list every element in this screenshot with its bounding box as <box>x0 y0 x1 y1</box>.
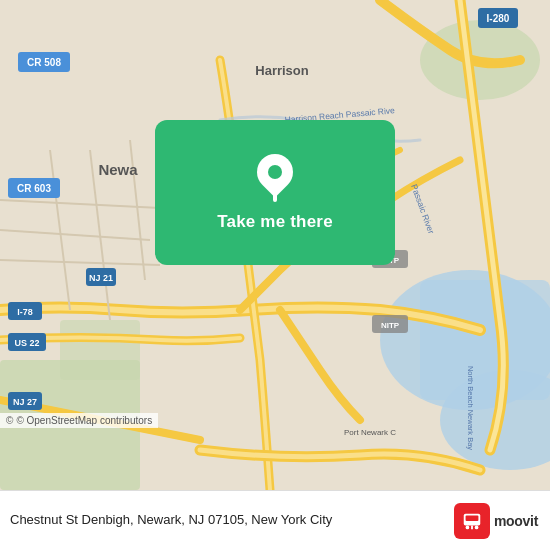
svg-text:CR 508: CR 508 <box>27 57 61 68</box>
address-text: Chestnut St Denbigh, Newark, NJ 07105, N… <box>10 511 332 529</box>
copyright-text: © OpenStreetMap contributors <box>16 415 152 426</box>
app-container: CR 508 CR 603 I-280 NJ 21 I-78 US 22 NJ … <box>0 0 550 550</box>
svg-rect-38 <box>465 515 478 521</box>
svg-point-39 <box>465 525 469 529</box>
svg-text:I-280: I-280 <box>487 13 510 24</box>
svg-text:NITP: NITP <box>381 321 400 330</box>
svg-rect-41 <box>471 525 473 529</box>
bus-svg <box>461 510 483 532</box>
copyright-symbol: © <box>6 415 13 426</box>
svg-text:NJ 21: NJ 21 <box>89 273 113 283</box>
moovit-bus-icon <box>454 503 490 539</box>
svg-rect-5 <box>60 320 140 380</box>
location-pin-icon <box>255 154 295 202</box>
map-view: CR 508 CR 603 I-280 NJ 21 I-78 US 22 NJ … <box>0 0 550 490</box>
svg-text:I-78: I-78 <box>17 307 33 317</box>
svg-text:Port Newark C: Port Newark C <box>344 428 396 437</box>
take-me-there-button[interactable]: Take me there <box>217 212 333 232</box>
svg-text:Newa: Newa <box>98 161 138 178</box>
moovit-logo: moovit <box>454 503 538 539</box>
moovit-label: moovit <box>494 513 538 529</box>
svg-rect-3 <box>420 280 550 400</box>
svg-text:Harrison: Harrison <box>255 63 309 78</box>
svg-text:NJ 27: NJ 27 <box>13 397 37 407</box>
cta-card[interactable]: Take me there <box>155 120 395 265</box>
svg-text:North Beach Newark Bay: North Beach Newark Bay <box>466 366 475 450</box>
location-info: Chestnut St Denbigh, Newark, NJ 07105, N… <box>10 511 454 529</box>
svg-text:US 22: US 22 <box>14 338 39 348</box>
copyright-bar: © © OpenStreetMap contributors <box>0 413 158 428</box>
svg-point-40 <box>475 525 479 529</box>
bottom-info-bar: Chestnut St Denbigh, Newark, NJ 07105, N… <box>0 490 550 550</box>
svg-text:CR 603: CR 603 <box>17 183 51 194</box>
